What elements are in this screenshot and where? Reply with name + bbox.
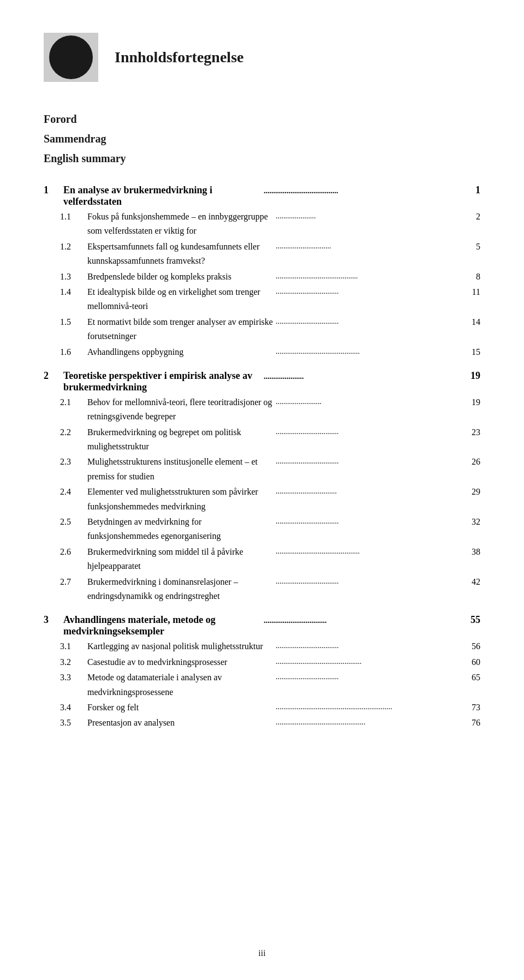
section-3-3-dots: ................................. [274, 670, 464, 683]
section-1-6-dots: ........................................… [274, 345, 464, 358]
chapter-2-number: 2 [44, 370, 63, 382]
section-1-4: 1.4 Et idealtypisk bilde og en virkeligh… [44, 285, 480, 314]
section-3-3-page: 65 [464, 670, 480, 685]
section-3-5: 3.5 Presentasjon av analysen ...........… [44, 716, 480, 730]
page-number: iii [258, 948, 265, 958]
section-1-5-dots: ................................. [274, 315, 464, 328]
chapter-1-page: 1 [464, 185, 480, 196]
section-3-1: 3.1 Kartlegging av nasjonal politisk mul… [44, 639, 480, 654]
section-1-5-number: 1.5 [60, 315, 87, 329]
section-3-4-dots: ........................................… [274, 700, 464, 713]
chapter-1-dots: ....................................... [262, 185, 464, 197]
section-3-2-text: Casestudie av to medvirkningsprosesser [87, 655, 274, 669]
logo-background [44, 33, 98, 82]
section-3-2-dots: ........................................… [274, 655, 464, 668]
section-1-2: 1.2 Ekspertsamfunnets fall og kundesamfu… [44, 240, 480, 269]
section-2-1-dots: ........................ [274, 395, 464, 408]
section-1-6: 1.6 Avhandlingens oppbygning ...........… [44, 345, 480, 359]
section-1-6-number: 1.6 [60, 345, 87, 359]
section-1-2-number: 1.2 [60, 240, 87, 254]
section-1-1-page: 2 [464, 210, 480, 224]
section-2-4-text: Elementer ved mulighetsstrukturen som på… [87, 485, 274, 514]
section-2-1-number: 2.1 [60, 395, 87, 409]
section-3-2-number: 3.2 [60, 655, 87, 669]
section-1-1-text: Fokus på funksjonshemmede – en innbygger… [87, 210, 274, 239]
section-3-3-number: 3.3 [60, 670, 87, 685]
section-3-5-dots: ........................................… [274, 716, 464, 728]
section-2-3-text: Mulighetsstrukturens institusjonelle ele… [87, 455, 274, 484]
section-2-5-dots: ................................. [274, 515, 464, 527]
section-1-6-page: 15 [464, 345, 480, 359]
section-2-3-page: 26 [464, 455, 480, 469]
section-1-4-text: Et idealtypisk bilde og en virkelighet s… [87, 285, 274, 314]
section-3-5-number: 3.5 [60, 716, 87, 730]
section-1-3-number: 1.3 [60, 270, 87, 284]
section-3-4-text: Forsker og felt [87, 700, 274, 715]
chapter-1-number: 1 [44, 185, 63, 196]
section-2-7-page: 42 [464, 575, 480, 589]
section-2-6-page: 38 [464, 545, 480, 559]
section-3-2: 3.2 Casestudie av to medvirkningsprosess… [44, 655, 480, 669]
section-3-1-number: 3.1 [60, 639, 87, 654]
section-1-3-dots: ........................................… [274, 270, 464, 282]
chapter-3-page: 55 [464, 614, 480, 626]
section-1-6-text: Avhandlingens oppbygning [87, 345, 274, 359]
front-matter-forord: Forord [44, 109, 480, 129]
front-matter-sammendrag: Sammendrag [44, 129, 480, 149]
section-1-5-text: Et normativt bilde som trenger analyser … [87, 315, 274, 344]
chapter-3-text: Avhandlingens materiale, metode og medvi… [63, 614, 262, 637]
section-2-6-dots: ........................................… [274, 545, 464, 557]
section-3-4-page: 73 [464, 700, 480, 715]
toc-content: Forord Sammendrag English summary 1 En a… [44, 109, 480, 730]
page-header: Innholdsfortegnelse [44, 33, 480, 82]
section-3-5-page: 76 [464, 716, 480, 730]
section-3-3: 3.3 Metode og datamateriale i analysen a… [44, 670, 480, 699]
section-2-2-number: 2.2 [60, 425, 87, 439]
section-2-5-number: 2.5 [60, 515, 87, 529]
section-2-5: 2.5 Betydningen av medvirkning for funks… [44, 515, 480, 544]
section-1-4-dots: ................................. [274, 285, 464, 298]
chapter-2-dots: ..................... [262, 370, 464, 383]
section-3-1-dots: ................................. [274, 639, 464, 652]
section-1-3: 1.3 Bredpenslede bilder og kompleks prak… [44, 270, 480, 284]
section-2-1-page: 19 [464, 395, 480, 409]
section-1-3-text: Bredpenslede bilder og kompleks praksis [87, 270, 274, 284]
section-1-1-dots: ..................... [274, 210, 464, 222]
page: Innholdsfortegnelse Forord Sammendrag En… [0, 0, 524, 980]
page-title: Innholdsfortegnelse [115, 49, 243, 66]
section-3-5-text: Presentasjon av analysen [87, 716, 274, 730]
chapter-2-text: Teoretiske perspektiver i empirisk analy… [63, 370, 262, 393]
chapter-2-title-row: 2 Teoretiske perspektiver i empirisk ana… [44, 370, 480, 393]
front-matter-english-summary: English summary [44, 149, 480, 168]
section-2-7: 2.7 Brukermedvirkning i dominansrelasjon… [44, 575, 480, 604]
chapter-3: 3 Avhandlingens materiale, metode og med… [44, 614, 480, 730]
section-2-6: 2.6 Brukermedvirkning som middel til å p… [44, 545, 480, 574]
section-2-7-dots: ................................. [274, 575, 464, 587]
section-2-2: 2.2 Brukermedvirkning og begrepet om pol… [44, 425, 480, 454]
section-3-4: 3.4 Forsker og felt ....................… [44, 700, 480, 715]
section-2-6-text: Brukermedvirkning som middel til å påvir… [87, 545, 274, 574]
section-2-4-dots: ................................ [274, 485, 464, 497]
chapter-1-title-row: 1 En analyse av brukermedvirkning i velf… [44, 185, 480, 207]
section-2-7-text: Brukermedvirkning i dominansrelasjoner –… [87, 575, 274, 604]
section-1-5: 1.5 Et normativt bilde som trenger analy… [44, 315, 480, 344]
section-1-2-dots: ............................. [274, 240, 464, 252]
section-2-5-page: 32 [464, 515, 480, 529]
section-2-2-page: 23 [464, 425, 480, 439]
section-2-5-text: Betydningen av medvirkning for funksjons… [87, 515, 274, 544]
section-1-2-page: 5 [464, 240, 480, 254]
section-2-3: 2.3 Mulighetsstrukturens institusjonelle… [44, 455, 480, 484]
section-1-3-page: 8 [464, 270, 480, 284]
section-1-4-number: 1.4 [60, 285, 87, 299]
section-3-3-text: Metode og datamateriale i analysen av me… [87, 670, 274, 699]
chapter-2: 2 Teoretiske perspektiver i empirisk ana… [44, 370, 480, 603]
section-2-2-text: Brukermedvirkning og begrepet om politis… [87, 425, 274, 454]
section-2-4: 2.4 Elementer ved mulighetsstrukturen so… [44, 485, 480, 514]
section-2-2-dots: ................................. [274, 425, 464, 438]
section-2-3-number: 2.3 [60, 455, 87, 469]
section-3-2-page: 60 [464, 655, 480, 669]
section-2-7-number: 2.7 [60, 575, 87, 589]
chapter-3-dots: ................................. [262, 614, 464, 627]
section-2-4-page: 29 [464, 485, 480, 499]
logo-icon [49, 35, 93, 79]
